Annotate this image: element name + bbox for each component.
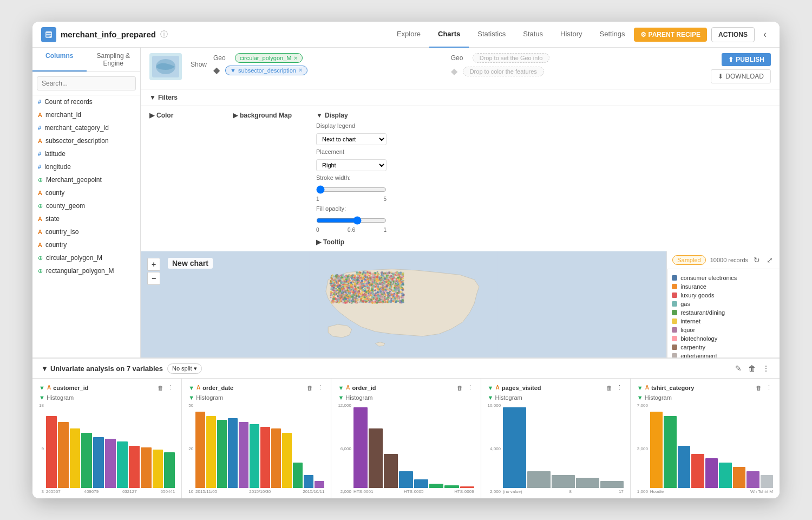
histogram-toggle[interactable]: ▼ — [39, 394, 45, 401]
svg-point-1673 — [349, 298, 351, 300]
chart-delete-button[interactable]: 🗑 — [306, 383, 314, 392]
tab-charts[interactable]: Charts — [429, 22, 469, 48]
column-state[interactable]: Astate — [32, 212, 140, 225]
svg-point-1717 — [391, 272, 394, 275]
geo2-drop[interactable]: Drop to set the Geo info — [473, 53, 550, 63]
back-button[interactable]: ‹ — [759, 27, 771, 42]
chart-field-toggle[interactable]: ▼ — [39, 385, 45, 391]
refresh-button[interactable]: ↻ — [752, 255, 761, 265]
filters-header[interactable]: ▼ Filters — [149, 94, 771, 101]
zoom-out-button[interactable]: − — [147, 272, 160, 285]
column-county-geom[interactable]: ⊕county_geom — [32, 199, 140, 212]
collapse-icon[interactable]: ▼ — [41, 365, 48, 373]
histogram-bar — [282, 433, 292, 488]
column-county[interactable]: Acounty — [32, 186, 140, 199]
tab-history[interactable]: History — [552, 22, 591, 48]
column-subsector-description[interactable]: Asubsector_description — [32, 134, 140, 147]
edit-button[interactable]: ✎ — [734, 363, 743, 374]
stroke-width-slider[interactable] — [316, 185, 387, 194]
histogram-toggle[interactable]: ▼ — [488, 394, 494, 401]
y-axis: 18 9 3 — [39, 403, 44, 494]
display-legend-select[interactable]: Next to chart — [316, 133, 387, 145]
column-country[interactable]: Acountry — [32, 238, 140, 251]
chart-more-button[interactable]: ⋮ — [615, 383, 624, 392]
column-rectangular-polygon[interactable]: ⊕rectangular_polygon_M — [32, 264, 140, 277]
sidebar-tab-sampling[interactable]: Sampling & Engine — [87, 48, 141, 72]
mini-chart-header: ▼ A order_id 🗑 ⋮ — [338, 383, 474, 392]
column-latitude[interactable]: #latitude — [32, 147, 140, 160]
tab-status[interactable]: Status — [514, 22, 552, 48]
svg-point-1495 — [332, 297, 335, 300]
more-button[interactable]: ⋮ — [761, 363, 771, 374]
histogram-bar — [399, 471, 413, 488]
chart-area: 10,000 4,000 2,000 (no value)817 — [488, 403, 624, 494]
svg-point-1587 — [330, 288, 332, 290]
column-merchant-category-id[interactable]: #merchant_category_id — [32, 121, 140, 134]
histogram-bar — [650, 412, 663, 488]
chart-field-toggle[interactable]: ▼ — [338, 385, 344, 391]
tooltip-header[interactable]: ▶ Tooltip — [316, 238, 387, 246]
download-button[interactable]: ⬇ DOWNLOAD — [711, 69, 771, 83]
color-drop[interactable]: Drop to color the features — [463, 67, 544, 76]
chart-more-button[interactable]: ⋮ — [167, 383, 175, 392]
column-merchant-geopoint[interactable]: ⊕Merchant_geopoint — [32, 173, 140, 186]
legend-label: entertainment — [680, 353, 717, 358]
chart-delete-button[interactable]: 🗑 — [156, 383, 165, 392]
chart-more-button[interactable]: ⋮ — [316, 383, 324, 392]
svg-point-1565 — [375, 301, 376, 303]
chart-field-toggle[interactable]: ▼ — [637, 385, 643, 391]
chart-field-toggle[interactable]: ▼ — [488, 385, 494, 391]
svg-point-1682 — [346, 300, 348, 302]
legend-dot — [672, 275, 677, 281]
tab-explore[interactable]: Explore — [388, 22, 429, 48]
chart-delete-button[interactable]: 🗑 — [605, 383, 613, 392]
geo-field-remove[interactable]: ✕ — [293, 55, 298, 61]
no-split-button[interactable]: No split ▾ — [167, 363, 202, 374]
tab-statistics[interactable]: Statistics — [469, 22, 514, 48]
svg-point-1612 — [396, 294, 398, 296]
histogram-toggle[interactable]: ▼ — [338, 394, 344, 401]
sidebar-tab-columns[interactable]: Columns — [32, 48, 87, 72]
svg-point-1633 — [402, 277, 404, 279]
parent-recipe-button[interactable]: ⚙ PARENT RECIPE — [634, 28, 707, 42]
histogram-toggle[interactable]: ▼ — [188, 394, 194, 401]
column-merchant-id[interactable]: Amerchant_id — [32, 108, 140, 121]
svg-point-1154 — [349, 280, 351, 281]
geo-field-pill[interactable]: circular_polygon_M ✕ — [235, 53, 303, 63]
svg-point-1469 — [339, 290, 341, 292]
expand-button[interactable]: ⤢ — [765, 255, 774, 265]
tab-settings[interactable]: Settings — [591, 22, 634, 48]
svg-point-1484 — [337, 297, 339, 300]
column-count-of-records[interactable]: #Count of records — [32, 95, 140, 108]
delete-button[interactable]: 🗑 — [747, 363, 757, 374]
chart-more-button[interactable]: ⋮ — [765, 383, 773, 392]
info-icon[interactable]: ⓘ — [160, 30, 168, 40]
mini-chart-title: ▼ A pages_visited — [488, 385, 541, 391]
actions-button[interactable]: ACTIONS — [711, 27, 755, 42]
search-input[interactable] — [37, 76, 136, 90]
color-field-remove[interactable]: ✕ — [298, 67, 303, 73]
column-circular-polygon[interactable]: ⊕circular_polygon_M — [32, 251, 140, 264]
column-longitude[interactable]: #longitude — [32, 160, 140, 173]
legend-item: biotechnology — [672, 334, 760, 343]
chart-field-type: A — [496, 385, 500, 391]
svg-point-1035 — [400, 272, 402, 275]
chart-delete-button[interactable]: 🗑 — [456, 383, 464, 392]
chart-field-toggle[interactable]: ▼ — [188, 385, 194, 391]
zoom-in-button[interactable]: + — [147, 258, 160, 271]
placement-select[interactable]: Right — [316, 159, 387, 171]
color-field-pill[interactable]: ▼ subsector_description ✕ — [225, 66, 307, 75]
fill-opacity-slider[interactable] — [316, 216, 387, 225]
display-header[interactable]: ▼ Display — [316, 112, 387, 119]
chart-delete-button[interactable]: 🗑 — [755, 383, 763, 392]
histogram-toggle[interactable]: ▼ — [637, 394, 643, 401]
chart-more-button[interactable]: ⋮ — [466, 383, 474, 392]
y-max: 50 — [188, 403, 193, 408]
map-bg-header[interactable]: ▶ background Map — [233, 112, 303, 119]
publish-button[interactable]: ⬆ PUBLISH — [722, 53, 771, 66]
color-header[interactable]: ▶ Color — [149, 112, 220, 119]
svg-point-1609 — [350, 284, 352, 286]
svg-point-1593 — [370, 298, 372, 301]
column-country-iso[interactable]: Acountry_iso — [32, 225, 140, 238]
histogram-bar — [552, 475, 575, 488]
